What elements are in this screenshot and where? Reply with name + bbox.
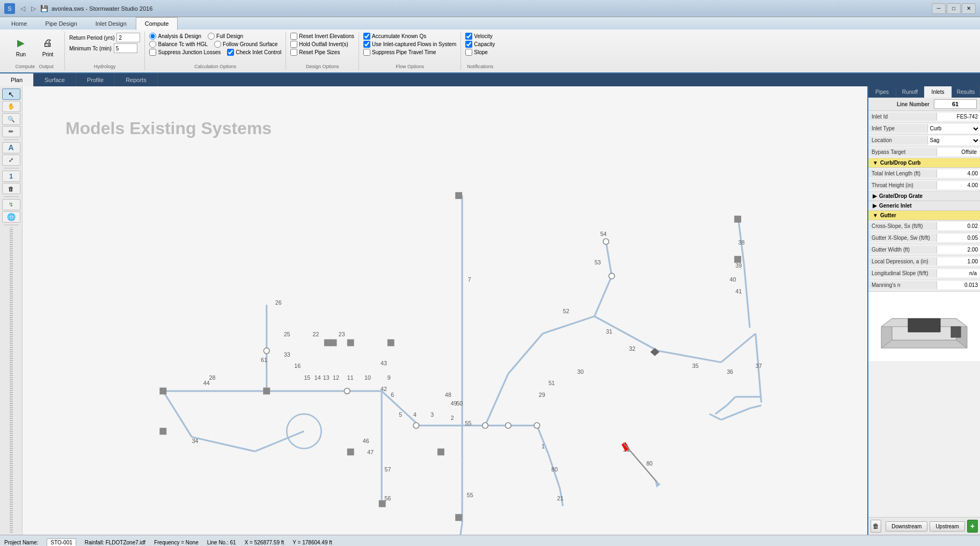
print-button[interactable]: 🖨 Print	[35, 33, 60, 60]
separator-2	[4, 168, 19, 168]
reset-pipe-check[interactable]: Reset Pipe Sizes	[290, 49, 354, 56]
panel-tab-runoff[interactable]: Runoff	[896, 86, 924, 98]
view-tab-plan[interactable]: Plan	[0, 73, 34, 86]
bypass-target-row: Bypass Target Offsite	[868, 146, 980, 158]
throat-height-row: Throat Height (in)	[868, 180, 980, 191]
delete-inlet-btn[interactable]: 🗑	[871, 520, 881, 533]
close-btn[interactable]: ✕	[962, 3, 976, 14]
panel-tab-pipes[interactable]: Pipes	[868, 86, 896, 98]
ribbon-tab-pipe[interactable]: Pipe Design	[36, 17, 86, 29]
line-number-value: 61	[934, 99, 977, 109]
bypass-target-label: Bypass Target	[868, 148, 937, 156]
gutter-section[interactable]: ▼ Gutter	[868, 211, 980, 220]
flow-options-label: Flow Options	[363, 63, 456, 69]
ribbon-tab-compute[interactable]: Compute	[136, 17, 178, 30]
node-circle-8	[609, 273, 615, 279]
svg-line-18	[606, 241, 612, 276]
svg-line-16	[543, 316, 594, 334]
gutter-width-input[interactable]	[937, 246, 980, 254]
hold-outfall-check[interactable]: Hold Outfall Invert(s)	[290, 41, 354, 48]
svg-text:39: 39	[735, 262, 742, 269]
canvas-area[interactable]: Models Existing Systems	[23, 86, 867, 535]
check-inlet-check[interactable]: Check Inlet Control	[227, 49, 281, 56]
svg-text:50: 50	[456, 400, 463, 407]
view-tab-surface[interactable]: Surface	[34, 73, 76, 86]
forward-btn[interactable]: ▷	[29, 4, 38, 13]
svg-text:43: 43	[381, 360, 387, 366]
view-tab-profile[interactable]: Profile	[76, 73, 115, 86]
analysis-design-radio[interactable]: Analysis & Design	[149, 33, 201, 40]
import-tool[interactable]: ↯	[2, 199, 20, 210]
main-area: ↖ ✋ 🔍 ✏ A ⤢ 1 🗑 ↯ 🌐	[0, 86, 980, 535]
follow-ground-radio[interactable]: Follow Ground Surface	[214, 41, 277, 48]
select-tool[interactable]: ↖	[2, 88, 20, 100]
ribbon: Home Pipe Design Inlet Design Compute ▶ …	[0, 17, 980, 73]
panel-content: Line Number 61 Inlet Id Inlet Type Curb …	[868, 98, 980, 517]
pan-icon: ✋	[8, 103, 15, 110]
reset-invert-check[interactable]: Reset Invert Elevations	[290, 33, 354, 40]
accumulate-check[interactable]: Accumulate Known Qs	[363, 33, 456, 40]
svg-text:44: 44	[203, 380, 210, 386]
ribbon-tab-home[interactable]: Home	[2, 17, 36, 29]
curb-drop-curb-section[interactable]: ▼ Curb/Drop Curb	[868, 158, 980, 168]
suppress-junction-check[interactable]: Suppress Junction Losses	[149, 49, 221, 56]
add-inlet-btn[interactable]: +	[967, 520, 978, 533]
slope-check[interactable]: Slope	[465, 49, 495, 56]
junction-nodes	[159, 192, 741, 535]
minimize-btn[interactable]: ─	[932, 3, 946, 14]
location-select[interactable]: Sag Grade	[928, 136, 981, 145]
svg-text:40: 40	[730, 276, 736, 283]
svg-line-4	[382, 391, 419, 425]
gutter-xslope-input[interactable]	[937, 234, 980, 242]
cross-slope-input[interactable]	[937, 222, 980, 230]
panel-tab-results[interactable]: Results	[952, 86, 980, 98]
run-button[interactable]: ▶ Run	[9, 33, 33, 60]
mannings-n-label: Manning's n	[868, 281, 937, 289]
inlet-id-input[interactable]	[937, 113, 980, 121]
return-period-input[interactable]	[116, 33, 140, 42]
cross-slope-row: Cross-Slope, Sx (ft/ft)	[868, 220, 980, 232]
zoom-tool[interactable]: 🔍	[2, 113, 20, 124]
view-tabs: Plan Surface Profile Reports	[0, 73, 980, 86]
min-tc-input[interactable]	[114, 43, 137, 53]
save-btn[interactable]: 💾	[40, 4, 48, 13]
maximize-btn[interactable]: □	[947, 3, 961, 14]
ribbon-tab-inlet[interactable]: Inlet Design	[86, 17, 136, 29]
svg-text:26: 26	[275, 299, 282, 306]
total-inlet-length-input[interactable]	[937, 169, 980, 178]
project-name-value: STO-001	[47, 538, 76, 546]
fit-icon: ⤢	[9, 157, 13, 164]
globe-tool[interactable]: 🌐	[2, 211, 20, 223]
inlet-type-select[interactable]: Curb Grate Combination Slotted Drain	[928, 124, 981, 134]
grate-section[interactable]: ▶ Grate/Drop Grate	[868, 191, 980, 201]
generic-inlet-section[interactable]: ▶ Generic Inlet	[868, 201, 980, 211]
capacity-check[interactable]: Capacity	[465, 41, 495, 48]
downstream-btn[interactable]: Downstream	[886, 521, 927, 532]
ribbon-group-notifications: Velocity Capacity Slope Notifications	[461, 32, 499, 70]
diamond-marker	[650, 348, 660, 356]
throat-height-input[interactable]	[937, 181, 980, 189]
back-btn[interactable]: ◁	[18, 4, 27, 13]
mannings-n-input[interactable]	[937, 281, 980, 289]
full-design-radio[interactable]: Full Design	[208, 33, 243, 40]
use-inlet-check[interactable]: Use Inlet-captured Flows in System	[363, 41, 456, 48]
number-tool[interactable]: 1	[2, 171, 20, 182]
fit-tool[interactable]: ⤢	[2, 154, 20, 166]
local-depression-input[interactable]	[937, 257, 980, 265]
inlet-diagram-svg	[876, 297, 972, 356]
balance-tc-radio[interactable]: Balance Tc with HGL	[149, 41, 208, 48]
inlet-id-label: Inlet Id	[868, 113, 937, 121]
panel-tab-inlets[interactable]: Inlets	[924, 86, 952, 98]
view-tab-reports[interactable]: Reports	[115, 73, 158, 86]
pan-tool[interactable]: ✋	[2, 101, 20, 112]
svg-line-28	[460, 523, 462, 535]
velocity-check[interactable]: Velocity	[465, 33, 495, 40]
line-number-label: Line Number	[872, 101, 934, 107]
upstream-btn[interactable]: Upstream	[930, 521, 964, 532]
svg-text:52: 52	[563, 308, 569, 314]
text-tool[interactable]: A	[2, 142, 20, 153]
delete-tool[interactable]: 🗑	[2, 183, 20, 194]
suppress-travel-check[interactable]: Suppress Pipe Travel Time	[363, 49, 456, 56]
svg-line-39	[192, 437, 255, 452]
draw-tool[interactable]: ✏	[2, 126, 20, 137]
